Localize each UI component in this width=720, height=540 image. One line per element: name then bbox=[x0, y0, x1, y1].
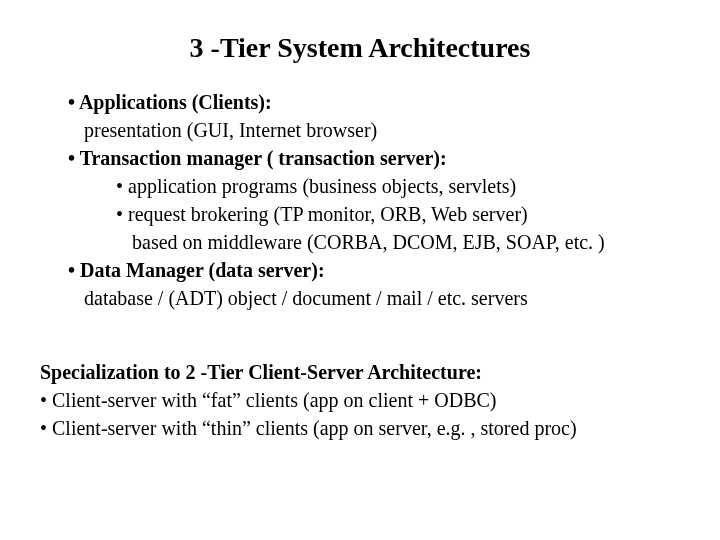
bullet-applications: • Applications (Clients): bbox=[68, 88, 680, 116]
spec-bullet-fat-clients: • Client-server with “fat” clients (app … bbox=[40, 386, 680, 414]
specialization-heading: Specialization to 2 -Tier Client-Server … bbox=[40, 358, 680, 386]
slide-title: 3 -Tier System Architectures bbox=[80, 32, 640, 64]
spec-bullet-thin-clients: • Client-server with “thin” clients (app… bbox=[40, 414, 680, 442]
applications-detail: presentation (GUI, Internet browser) bbox=[68, 116, 680, 144]
bullet-transaction-manager: • Transaction manager ( transaction serv… bbox=[68, 144, 680, 172]
tm-sub-middleware: based on middleware (CORBA, DCOM, EJB, S… bbox=[68, 228, 680, 256]
data-manager-detail: database / (ADT) object / document / mai… bbox=[68, 284, 680, 312]
tm-sub-app-programs: • application programs (business objects… bbox=[68, 172, 680, 200]
main-content: • Applications (Clients): presentation (… bbox=[40, 88, 680, 312]
tm-sub-request-brokering: • request brokering (TP monitor, ORB, We… bbox=[68, 200, 680, 228]
bullet-data-manager: • Data Manager (data server): bbox=[68, 256, 680, 284]
specialization-section: Specialization to 2 -Tier Client-Server … bbox=[40, 358, 680, 442]
